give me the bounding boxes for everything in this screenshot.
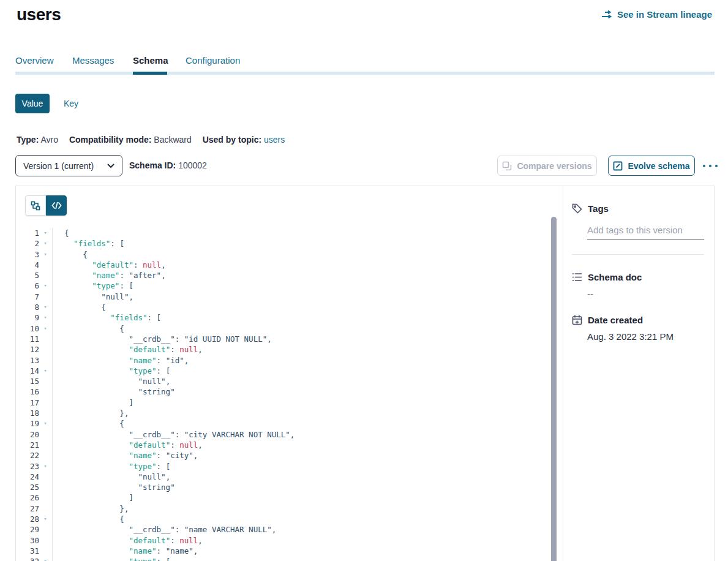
tab-configuration[interactable]: Configuration: [186, 55, 240, 66]
version-select[interactable]: Version 1 (current): [15, 155, 122, 176]
line-number: 17: [16, 397, 39, 408]
fold-arrow-icon[interactable]: ▾: [39, 280, 51, 291]
see-in-stream-lineage-link[interactable]: See in Stream lineage: [601, 9, 712, 20]
code-line-text: "__crdb__": "id UUID NOT NULL",: [53, 334, 272, 344]
fold-arrow-icon[interactable]: ▾: [39, 461, 51, 472]
fold-arrow-icon[interactable]: ▾: [39, 323, 51, 334]
view-toggle-group: [25, 195, 67, 216]
code-line: 1▾ {: [16, 228, 563, 238]
code-line-text: "name": "after",: [53, 270, 166, 280]
fold-arrow-icon[interactable]: ▾: [39, 302, 51, 312]
gutter-cell: 17: [16, 397, 53, 408]
code-line-text: {: [53, 323, 124, 334]
gutter-cell: 30: [16, 535, 53, 546]
line-number: 29: [16, 524, 39, 535]
line-number: 28: [16, 514, 39, 524]
fold-arrow-icon[interactable]: ▾: [39, 514, 51, 524]
gutter-cell: 24: [16, 472, 53, 482]
gutter-cell: 21: [16, 440, 53, 450]
line-number: 31: [16, 546, 39, 556]
line-number: 5: [16, 270, 39, 280]
code-line: 14▾ "type": [: [16, 366, 563, 376]
fold-arrow-icon[interactable]: ▾: [39, 556, 51, 561]
line-number: 23: [16, 461, 39, 472]
fold-arrow-icon[interactable]: ▾: [39, 312, 51, 323]
fold-arrow-icon[interactable]: ▾: [39, 238, 51, 249]
line-number: 3: [16, 249, 39, 260]
code-line: 22 "name": "city",: [16, 450, 563, 461]
fold-arrow-icon[interactable]: ▾: [39, 228, 51, 238]
code-line-text: "type": [: [53, 366, 170, 376]
code-line: 19▾ {: [16, 418, 563, 429]
gutter-cell: 9▾: [16, 312, 53, 323]
line-number: 32: [16, 556, 39, 561]
line-number: 16: [16, 386, 39, 397]
schema-page: users See in Stream lineage Overview Mes…: [0, 0, 728, 561]
line-number: 11: [16, 334, 39, 344]
code-view-button[interactable]: [46, 195, 67, 216]
gutter-cell: 10▾: [16, 323, 53, 334]
active-tab-underline: [133, 72, 167, 75]
fold-arrow-icon[interactable]: ▾: [39, 366, 51, 376]
code-line: 28▾ {: [16, 514, 563, 524]
gutter-cell: 28▾: [16, 514, 53, 524]
code-line: 5 "name": "after",: [16, 270, 563, 280]
gutter-cell: 31: [16, 546, 53, 556]
code-scrollbar[interactable]: [551, 217, 557, 561]
code-line: 7 "null",: [16, 292, 563, 302]
line-number: 15: [16, 376, 39, 386]
line-number: 21: [16, 440, 39, 450]
code-view-icon: [51, 201, 62, 209]
tab-underline-track: [15, 72, 715, 75]
tab-overview[interactable]: Overview: [15, 55, 54, 66]
list-icon: [572, 273, 582, 282]
gutter-cell: 11: [16, 334, 53, 344]
code-line-text: "__crdb__": "city VARCHAR NOT NULL",: [53, 429, 295, 440]
code-line: 23▾ "type": [: [16, 461, 563, 472]
line-number: 26: [16, 492, 39, 503]
compatibility-value: Backward: [154, 135, 191, 145]
tags-title: Tags: [588, 203, 609, 214]
gutter-cell: 20: [16, 429, 53, 440]
line-number: 19: [16, 418, 39, 429]
evolve-schema-icon: [613, 161, 623, 171]
line-number: 12: [16, 344, 39, 355]
gutter-cell: 3▾: [16, 249, 53, 260]
schema-id-row: Schema ID: 100002: [129, 160, 207, 170]
gutter-cell: 26: [16, 492, 53, 503]
gutter-cell: 4: [16, 260, 53, 270]
code-editor-lines[interactable]: 1▾ {2▾ "fields": [3▾ {4 "default": null,…: [16, 228, 563, 561]
add-tags-input[interactable]: [587, 224, 704, 239]
tab-schema[interactable]: Schema: [133, 55, 168, 66]
code-line-text: "null",: [53, 376, 170, 386]
code-line-text: ]: [53, 492, 133, 503]
fold-arrow-icon[interactable]: ▾: [39, 418, 51, 429]
code-line-text: "string": [53, 482, 175, 492]
compare-versions-button[interactable]: Compare versions: [497, 156, 597, 176]
tab-messages[interactable]: Messages: [72, 55, 114, 66]
code-line: 11 "__crdb__": "id UUID NOT NULL",: [16, 334, 563, 344]
value-toggle-button[interactable]: Value: [15, 94, 50, 113]
schema-id-label: Schema ID:: [129, 160, 176, 170]
gutter-cell: 27: [16, 503, 53, 514]
line-number: 20: [16, 429, 39, 440]
line-number: 24: [16, 472, 39, 482]
stream-lineage-label: See in Stream lineage: [617, 9, 712, 20]
code-line-text: "string": [53, 386, 175, 397]
code-line-text: },: [53, 503, 129, 514]
tree-view-icon: [31, 201, 40, 211]
gutter-cell: 14▾: [16, 366, 53, 376]
more-actions-button[interactable]: [702, 159, 719, 173]
key-toggle-link[interactable]: Key: [64, 99, 78, 108]
topic-link[interactable]: users: [264, 135, 285, 145]
evolve-schema-button[interactable]: Evolve schema: [608, 156, 695, 176]
stream-lineage-icon: [601, 10, 613, 19]
line-number: 14: [16, 366, 39, 376]
fold-arrow-icon[interactable]: ▾: [39, 249, 51, 260]
code-line-text: "type": [: [53, 556, 170, 561]
tree-view-button[interactable]: [25, 195, 46, 216]
code-line: 20 "__crdb__": "city VARCHAR NOT NULL",: [16, 429, 563, 440]
code-line-text: "type": [: [53, 461, 170, 472]
code-line: 2▾ "fields": [: [16, 238, 563, 249]
line-number: 10: [16, 323, 39, 334]
